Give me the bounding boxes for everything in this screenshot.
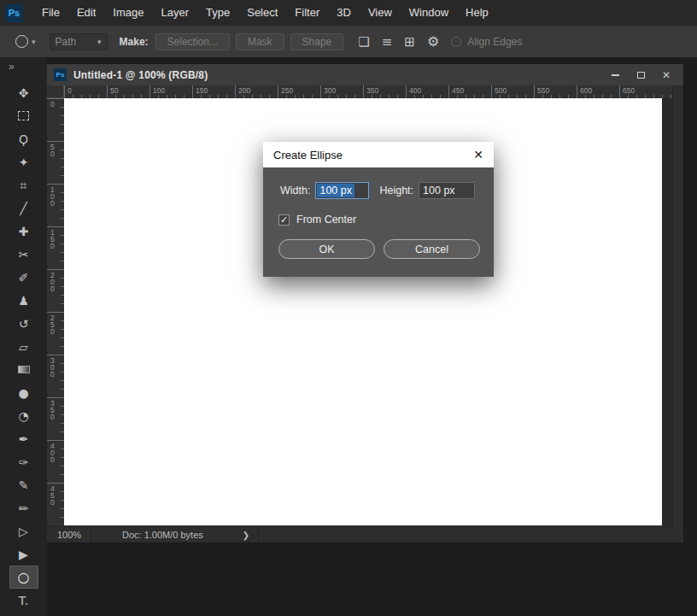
document-window: Ps Untitled-1 @ 100% (RGB/8) ✕ 050100150… — [47, 64, 683, 543]
ruler-corner[interactable] — [47, 85, 64, 98]
tool-ellipse[interactable]: ○ — [9, 566, 38, 589]
rectangular-marquee-icon — [18, 111, 29, 120]
maximize-button[interactable] — [630, 67, 651, 83]
path-alignment-icon[interactable]: ≡ — [382, 34, 393, 50]
ok-button[interactable]: OK — [278, 239, 375, 259]
convert-point-icon: ✏ — [19, 502, 29, 514]
make-mask-button[interactable]: Mask — [236, 33, 284, 50]
document-title: Untitled-1 @ 100% (RGB/8) — [73, 69, 208, 81]
tool-mode-select[interactable]: Path ▾ — [50, 33, 108, 50]
menu-file[interactable]: File — [33, 0, 68, 26]
menu-image[interactable]: Image — [104, 0, 152, 26]
tool-add-anchor-pen[interactable]: ✎ — [9, 473, 38, 496]
tool-rectangular-marquee[interactable] — [9, 104, 38, 127]
dialog-close-icon[interactable]: ✕ — [466, 148, 483, 161]
tool-freeform-pen[interactable]: ✑ — [9, 450, 38, 473]
ruler-h-label: 650 — [619, 85, 635, 98]
tool-quick-selection[interactable]: ✦ — [9, 150, 38, 173]
dialog-title: Create Ellipse — [273, 149, 343, 161]
tool-convert-point[interactable]: ✏ — [9, 496, 38, 519]
lasso-icon: Ϙ — [19, 133, 28, 145]
vertical-scrollbar[interactable] — [672, 85, 683, 527]
dialog-buttons: OK Cancel — [278, 239, 480, 259]
tool-options-bar: ▾ Path ▾ Make: Selection...MaskShape ❏ ≡… — [0, 26, 697, 58]
current-tool-button[interactable]: ▾ — [12, 33, 39, 50]
ruler-horizontal[interactable]: 050100150200250300350400450500550600650 — [64, 85, 672, 98]
move-icon: ✥ — [19, 87, 29, 99]
menubar-items: FileEditImageLayerTypeSelectFilter3DView… — [33, 0, 497, 26]
ruler-v-label: 2 5 0 — [47, 312, 64, 335]
minimize-icon — [612, 74, 619, 76]
dialog-titlebar[interactable]: Create Ellipse ✕ — [263, 142, 494, 167]
ruler-h-label: 600 — [577, 85, 592, 98]
window-controls: ✕ — [605, 67, 676, 83]
ellipse-icon: ○ — [18, 571, 30, 584]
align-edges-checkbox[interactable] — [451, 37, 461, 47]
align-edges-label: Align Edges — [467, 36, 522, 48]
gear-icon[interactable]: ⚙ — [427, 33, 439, 50]
minimize-button[interactable] — [605, 67, 625, 83]
tool-mode-value: Path — [56, 36, 77, 48]
cancel-button[interactable]: Cancel — [384, 239, 480, 259]
ruler-icon: ╱ — [20, 202, 26, 214]
ruler-vertical[interactable]: 05 01 0 01 5 02 0 02 5 03 0 03 5 04 0 04… — [47, 98, 64, 525]
menu-edit[interactable]: Edit — [68, 0, 104, 26]
tool-dodge[interactable]: ◔ — [9, 404, 38, 427]
tool-history-brush[interactable]: ↺ — [9, 312, 38, 335]
tool-clone-stamp[interactable]: ♟ — [9, 289, 38, 312]
menu-window[interactable]: Window — [401, 0, 457, 26]
close-window-button[interactable]: ✕ — [656, 67, 676, 83]
menu-filter[interactable]: Filter — [286, 0, 328, 26]
tool-direct-selection[interactable]: ▶ — [9, 543, 38, 566]
menu-3d[interactable]: 3D — [328, 0, 360, 26]
zoom-level[interactable]: 100% — [47, 527, 91, 543]
width-value: 100 px — [317, 184, 354, 197]
ruler-v-label: 4 0 0 — [47, 440, 64, 463]
path-operations-icon[interactable]: ❏ — [358, 34, 369, 50]
tool-gradient[interactable] — [9, 358, 38, 381]
from-center-checkbox[interactable]: ✓ — [278, 214, 290, 226]
menu-type[interactable]: Type — [197, 0, 238, 26]
ruler-h-label: 500 — [491, 85, 507, 98]
tool-path-selection[interactable]: ▷ — [9, 519, 38, 543]
tool-crop[interactable]: ⌗ — [9, 173, 38, 197]
path-arrangement-icon[interactable]: ⊞ — [404, 34, 415, 50]
make-shape-button[interactable]: Shape — [290, 33, 344, 50]
ruler-h-label: 400 — [406, 85, 421, 98]
expand-panel-button[interactable]: » — [0, 58, 47, 74]
tool-move[interactable]: ✥ — [9, 81, 38, 104]
height-value: 100 px — [423, 185, 455, 197]
ruler-h-label: 250 — [278, 85, 293, 98]
menu-layer[interactable]: Layer — [153, 0, 198, 26]
make-selection-button[interactable]: Selection... — [155, 33, 230, 50]
height-input[interactable]: 100 px — [419, 182, 475, 199]
status-chevron-icon[interactable]: ❯ — [243, 527, 259, 543]
tool-type[interactable]: T. — [9, 589, 38, 612]
tool-ruler[interactable]: ╱ — [9, 197, 38, 220]
eraser-icon: ▱ — [19, 341, 28, 353]
dimension-fields: Width: 100 px Height: 100 px — [280, 182, 494, 199]
menu-help[interactable]: Help — [457, 0, 497, 26]
tool-content-aware-move[interactable]: ✂ — [9, 243, 38, 266]
menu-view[interactable]: View — [360, 0, 401, 26]
dialog-body: Width: 100 px Height: 100 px ✓ From Cent… — [263, 167, 494, 277]
tool-lasso[interactable]: Ϙ — [9, 127, 38, 150]
tool-brush[interactable]: ✐ — [9, 266, 38, 289]
toolbar-tools: ✥Ϙ✦⌗╱✚✂✐♟↺▱●◔✒✑✎✏▷▶○T. — [0, 81, 47, 612]
freeform-pen-icon: ✑ — [19, 456, 29, 468]
ruler-h-label: 450 — [448, 85, 464, 98]
tool-eraser[interactable]: ▱ — [9, 335, 38, 358]
tool-blur[interactable]: ● — [9, 381, 38, 404]
clone-stamp-icon: ♟ — [18, 295, 29, 307]
ruler-v-label: 5 0 — [47, 141, 64, 157]
menu-select[interactable]: Select — [238, 0, 286, 26]
tool-spot-healing[interactable]: ✚ — [9, 220, 38, 243]
width-input[interactable]: 100 px — [315, 182, 369, 199]
quick-selection-icon: ✦ — [19, 156, 29, 168]
ruler-v-label: 3 0 0 — [47, 355, 64, 378]
ruler-v-label: 1 5 0 — [47, 226, 64, 249]
make-label: Make: — [120, 36, 149, 48]
path-option-icons: ❏ ≡ ⊞ ⚙ — [358, 33, 439, 50]
tool-pen[interactable]: ✒ — [9, 427, 38, 450]
document-titlebar[interactable]: Ps Untitled-1 @ 100% (RGB/8) ✕ — [47, 64, 683, 85]
